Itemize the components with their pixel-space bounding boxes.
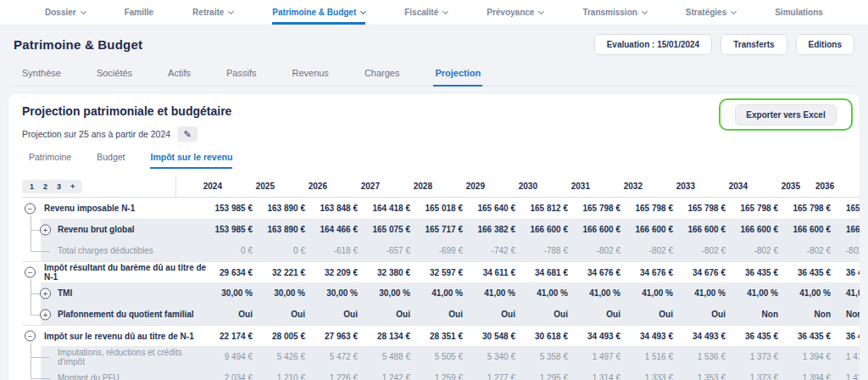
- projection-card: Projection patrimoniale et budgétaire Ex…: [8, 94, 860, 380]
- value-cell: 22 174 €: [207, 332, 259, 341]
- value-cell: Oui: [364, 310, 417, 319]
- nav-item-strat-gies[interactable]: Stratégies: [686, 0, 736, 25]
- value-cell: 153 985 €: [207, 204, 259, 213]
- value-cell: 1 394 €: [785, 352, 837, 361]
- row-label-cell: +Plafonnement du quotient familial: [22, 304, 207, 325]
- row-values: 9 494 €5 426 €5 472 €5 488 €5 505 €5 340…: [207, 346, 860, 367]
- year-column-header: 2036: [807, 182, 860, 191]
- value-cell: 1 536 €: [680, 352, 732, 361]
- value-cell: 34 676 €: [627, 268, 680, 277]
- table-row: −Revenu imposable N-1153 985 €163 890 €1…: [22, 198, 860, 219]
- nav-item-simulations[interactable]: Simulations: [775, 0, 823, 25]
- value-cell: 28 351 €: [417, 332, 470, 341]
- value-cell: 1 226 €: [312, 373, 364, 380]
- chevron-down-icon: [442, 8, 448, 14]
- expand-icon[interactable]: +: [40, 224, 51, 235]
- row-label: Impôt résultant du barème dû au titre de…: [44, 263, 207, 282]
- nav-item-dossier[interactable]: Dossier: [45, 0, 86, 25]
- value-cell: Oui: [522, 310, 575, 319]
- value-cell: 165 798 €: [785, 204, 837, 213]
- value-cell: 32 380 €: [364, 268, 417, 277]
- value-cell: Oui: [259, 310, 312, 319]
- year-column-header: 2033: [649, 182, 702, 191]
- nav-item-label: Retraite: [192, 8, 224, 17]
- header-button-1[interactable]: Transferts: [721, 34, 787, 55]
- value-cell: 1 416 €: [837, 373, 860, 380]
- nav-item-famille[interactable]: Famille: [125, 0, 153, 25]
- value-cell: 1 277 €: [470, 373, 522, 380]
- edit-projection-button[interactable]: ✎: [177, 126, 198, 142]
- table-header: 123+ 20242025202620272028202920302031203…: [22, 176, 860, 198]
- tab-revenus[interactable]: Revenus: [290, 63, 330, 87]
- value-cell: 34 611 €: [470, 268, 522, 277]
- value-cell: 30 548 €: [470, 332, 522, 341]
- value-cell: 5 488 €: [364, 352, 417, 361]
- value-cell: 1 353 €: [680, 373, 732, 380]
- nav-item-label: Dossier: [45, 8, 76, 17]
- value-cell: -802 €: [732, 246, 785, 255]
- projection-subtabs: PatrimoineBudgetImpôt sur le revenu: [22, 152, 860, 169]
- tree-level-controls: 123+: [22, 180, 175, 193]
- value-cell: 1 497 €: [575, 352, 627, 361]
- tab-soci-t-s[interactable]: Sociétés: [95, 63, 134, 87]
- table-row: +Plafonnement du quotient familialOuiOui…: [22, 304, 860, 325]
- collapse-icon[interactable]: −: [25, 267, 36, 278]
- header-button-0[interactable]: Evaluation : 15/01/2024: [594, 34, 713, 55]
- chevron-down-icon: [642, 8, 648, 14]
- value-cell: Oui: [470, 310, 522, 319]
- value-cell: 1 295 €: [522, 373, 575, 380]
- projection-table: 123+ 20242025202620272028202920302031203…: [22, 176, 860, 380]
- collapse-icon[interactable]: −: [25, 203, 36, 214]
- subtab-patrimoine[interactable]: Patrimoine: [29, 152, 71, 169]
- tree-line: [31, 251, 50, 252]
- value-cell: 1 373 €: [732, 352, 785, 361]
- value-cell: 5 358 €: [522, 352, 575, 361]
- tab-projection[interactable]: Projection: [433, 63, 482, 87]
- table-row: −Impôt sur le revenu dû au titre de N-12…: [22, 325, 860, 346]
- expand-icon[interactable]: +: [40, 309, 51, 320]
- value-cell: 30,00 %: [259, 288, 312, 298]
- value-cell: 36 435 €: [837, 332, 860, 341]
- value-cell: 165 798 €: [837, 204, 860, 213]
- projection-subtitle: Projection sur 25 ans à partir de 2024: [22, 129, 170, 139]
- tree-level-button-+[interactable]: +: [70, 182, 75, 191]
- tab-charges[interactable]: Charges: [363, 63, 402, 87]
- value-cell: 165 798 €: [732, 204, 785, 213]
- tree-level-button-2[interactable]: 2: [43, 182, 47, 191]
- row-label-cell: −Impôt sur le revenu dû au titre de N-1: [22, 326, 207, 346]
- year-column-header: 2031: [544, 182, 597, 191]
- export-excel-button[interactable]: Exporter vers Excel: [735, 104, 836, 126]
- nav-item-transmission[interactable]: Transmission: [582, 0, 646, 25]
- subtab-imp-t-sur-le-revenu[interactable]: Impôt sur le revenu: [150, 152, 232, 169]
- year-column-header: 2027: [334, 182, 387, 191]
- header-buttons: Evaluation : 15/01/2024TransfertsEdition…: [594, 34, 854, 55]
- value-cell: 5 472 €: [312, 352, 364, 361]
- header-button-2[interactable]: Editions: [796, 34, 854, 55]
- nav-item-fiscalit-[interactable]: Fiscalité: [404, 0, 448, 25]
- value-cell: -802 €: [680, 246, 732, 255]
- tree-level-button-3[interactable]: 3: [57, 182, 61, 191]
- value-cell: 28 134 €: [364, 332, 417, 341]
- export-highlight-box: Exporter vers Excel: [719, 98, 853, 131]
- nav-item-retraite[interactable]: Retraite: [192, 0, 233, 25]
- expand-icon[interactable]: +: [40, 288, 51, 299]
- nav-item-pr-voyance[interactable]: Prévoyance: [487, 0, 543, 25]
- table-row: Imputations, réductions et crédits d'imp…: [22, 346, 860, 367]
- tab-passifs[interactable]: Passifs: [225, 63, 258, 87]
- collapse-icon[interactable]: −: [25, 331, 36, 342]
- tab-synth-se[interactable]: Synthèse: [20, 63, 63, 87]
- row-label-cell: Total charges déductibles: [22, 240, 207, 261]
- tab-actifs[interactable]: Actifs: [166, 63, 192, 87]
- value-cell: 27 963 €: [312, 332, 364, 341]
- value-cell: Non: [785, 310, 837, 319]
- year-column-header: 2030: [492, 182, 544, 191]
- value-cell: 1 259 €: [417, 373, 470, 380]
- value-cell: 41,00 %: [417, 288, 470, 298]
- value-cell: 41,00 %: [522, 288, 575, 298]
- year-column-header: 2035: [754, 182, 807, 191]
- value-cell: 166 600 €: [732, 225, 785, 234]
- tree-level-button-1[interactable]: 1: [30, 182, 34, 191]
- nav-item-patrimoine-budget[interactable]: Patrimoine & Budget: [272, 0, 365, 25]
- value-cell: 1 333 €: [627, 373, 680, 380]
- subtab-budget[interactable]: Budget: [97, 152, 125, 169]
